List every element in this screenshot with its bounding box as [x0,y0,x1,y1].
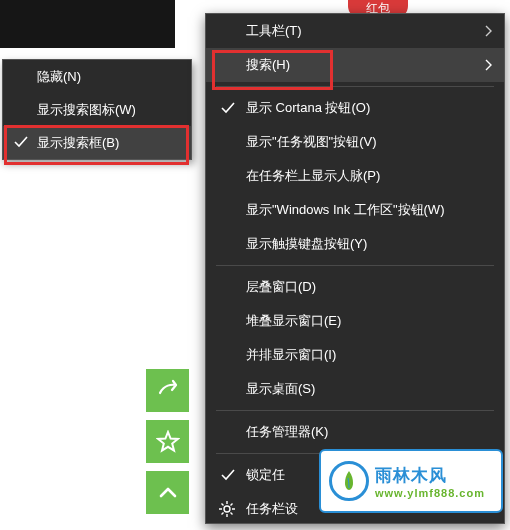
menu-item-cascade[interactable]: 层叠窗口(D) [206,270,504,304]
chevron-right-icon [484,25,492,37]
menu-item-people[interactable]: 在任务栏上显示人脉(P) [206,159,504,193]
menu-item-label: 隐藏(N) [37,68,81,86]
logo-title: 雨林木风 [375,464,485,487]
logo-url: www.ylmf888.com [375,487,485,499]
svg-point-0 [224,506,230,512]
menu-item-label: 任务栏设 [246,500,298,518]
menu-item-label: 显示"Windows Ink 工作区"按钮(W) [246,201,444,219]
menu-item-label: 并排显示窗口(I) [246,346,336,364]
menu-item-label: 锁定任 [246,466,285,484]
star-icon [156,430,180,454]
menu-separator [216,410,494,411]
menu-item-show-cortana[interactable]: 显示 Cortana 按钮(O) [206,91,504,125]
check-icon [13,134,29,150]
logo-icon [329,461,369,501]
menu-item-label: 显示 Cortana 按钮(O) [246,99,370,117]
menu-item-hide[interactable]: 隐藏(N) [3,60,191,93]
menu-item-toolbars[interactable]: 工具栏(T) [206,14,504,48]
search-submenu: 隐藏(N) 显示搜索图标(W) 显示搜索框(B) [2,59,192,160]
menu-item-stack[interactable]: 堆叠显示窗口(E) [206,304,504,338]
menu-item-show-desktop[interactable]: 显示桌面(S) [206,372,504,406]
chevron-up-icon [157,482,179,504]
favorite-button[interactable] [146,420,189,463]
menu-item-side-by-side[interactable]: 并排显示窗口(I) [206,338,504,372]
menu-item-task-view[interactable]: 显示"任务视图"按钮(V) [206,125,504,159]
check-icon [220,100,236,116]
menu-item-label: 在任务栏上显示人脉(P) [246,167,380,185]
share-button[interactable] [146,369,189,412]
watermark-logo: 雨林木风 www.ylmf888.com [319,449,503,513]
menu-item-label: 任务管理器(K) [246,423,328,441]
menu-item-task-manager[interactable]: 任务管理器(K) [206,415,504,449]
menu-item-ink-workspace[interactable]: 显示"Windows Ink 工作区"按钮(W) [206,193,504,227]
menu-item-label: 显示触摸键盘按钮(Y) [246,235,367,253]
menu-item-show-search-icon[interactable]: 显示搜索图标(W) [3,93,191,126]
menu-item-label: 搜索(H) [246,56,290,74]
menu-item-label: 显示搜索框(B) [37,134,119,152]
menu-item-label: 工具栏(T) [246,22,302,40]
menu-item-label: 堆叠显示窗口(E) [246,312,341,330]
menu-item-label: 显示搜索图标(W) [37,101,136,119]
menu-item-label: 显示"任务视图"按钮(V) [246,133,377,151]
scroll-up-button[interactable] [146,471,189,514]
menu-item-touch-keyboard[interactable]: 显示触摸键盘按钮(Y) [206,227,504,261]
menu-separator [216,86,494,87]
menu-item-show-search-box[interactable]: 显示搜索框(B) [3,126,191,159]
chevron-right-icon [484,59,492,71]
side-action-buttons [146,369,189,522]
taskbar-context-menu: 工具栏(T) 搜索(H) 显示 Cortana 按钮(O) 显示"任务视图"按钮… [205,13,505,524]
share-icon [156,379,180,403]
gear-icon [218,500,236,518]
menu-item-label: 显示桌面(S) [246,380,315,398]
menu-separator [216,265,494,266]
menu-item-label: 层叠窗口(D) [246,278,316,296]
menu-item-search[interactable]: 搜索(H) [206,48,504,82]
check-icon [220,467,236,483]
